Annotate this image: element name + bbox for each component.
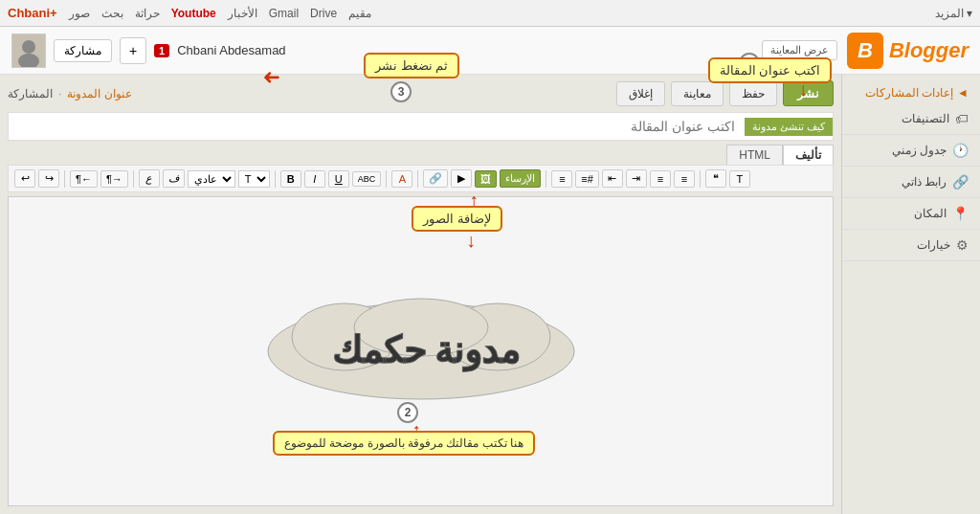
content-image-area: مدونة حكمك [9, 197, 833, 505]
avatar[interactable] [11, 34, 46, 68]
nav-haratha[interactable]: حراثة [135, 7, 160, 20]
chevron-down-icon: ▾ [967, 7, 972, 20]
fmt-indent[interactable]: ⇥ [626, 169, 647, 188]
fmt-sep3 [275, 170, 276, 188]
top-nav: Chbani+ صور بحث حراثة Youtube الأخبار Gm… [0, 0, 980, 27]
fmt-align-left[interactable]: ≡ [650, 170, 671, 188]
blogger-header-left: مشاركة + 1 Chbani Abdesamad [11, 34, 286, 68]
fmt-video[interactable]: ▶ [451, 169, 472, 188]
sidebar-item-location[interactable]: 📍 المكان [842, 198, 980, 230]
breadcrumb: عنوان المدونة · المشاركة [8, 87, 132, 101]
fmt-list-num[interactable]: ≡# [575, 170, 599, 188]
title-input[interactable] [9, 113, 745, 140]
blogger-logo-icon: B [847, 33, 883, 69]
fmt-sep7 [700, 170, 701, 188]
blogger-header-right: عرض المعاينة B Blogger [762, 33, 969, 69]
fmt-font-special2[interactable]: ف [163, 169, 185, 188]
location-icon: 📍 [952, 206, 969, 221]
svg-text:مدونة حكمك: مدونة حكمك [331, 330, 520, 372]
sidebar-settings-link[interactable]: ◄ إعادات المشاركات [842, 82, 980, 103]
brand-link[interactable]: Chbani+ [8, 6, 57, 20]
tab-compose[interactable]: تأليف [783, 145, 834, 165]
fmt-sep1 [64, 170, 65, 188]
sidebar-location-label: المكان [914, 207, 947, 220]
content-area[interactable]: مدونة حكمك [8, 196, 834, 506]
fmt-font-special[interactable]: ع [139, 169, 160, 188]
sidebar-permalink-label: رابط ذاتي [902, 175, 947, 189]
sidebar-item-tags[interactable]: 🏷 التصنيفات [842, 103, 980, 135]
fmt-image[interactable]: 🖼 [475, 170, 497, 188]
fmt-anchor[interactable]: الإرساء [500, 169, 541, 188]
top-nav-right: المزيد ▾ [935, 7, 972, 20]
sidebar-tags-label: التصنيفات [902, 112, 949, 125]
action-bar: نشر حفظ معاينة إغلاق عنوان المدونة · الم… [0, 75, 841, 112]
breadcrumb-blog[interactable]: عنوان المدونة [67, 87, 131, 101]
fmt-text-t[interactable]: T [729, 170, 750, 188]
clock-icon: 🕐 [952, 143, 969, 158]
save-button[interactable]: حفظ [729, 81, 777, 106]
fmt-sep2 [133, 170, 134, 188]
fmt-list-bullet[interactable]: ≡ [551, 170, 572, 188]
heading-select[interactable]: T [238, 170, 270, 188]
blogger-logo: B Blogger [847, 33, 969, 69]
fmt-link-insert[interactable]: 🔗 [423, 169, 448, 188]
formatting-toolbar: ↩ ↪ ¶← ¶→ ع ف عادي T B I U ABC [8, 165, 834, 192]
logo-container: مدونة حكمك [239, 284, 603, 418]
new-button[interactable]: + [120, 37, 146, 64]
fmt-sep4 [386, 170, 387, 188]
blogger-header: مشاركة + 1 Chbani Abdesamad عرض المعاينة… [0, 27, 980, 75]
settings-link-label[interactable]: إعادات المشاركات [865, 86, 953, 100]
breadcrumb-sep1: · [58, 87, 61, 101]
close-button[interactable]: إغلاق [616, 81, 665, 106]
sidebar-schedule-label: جدول زمني [892, 144, 947, 157]
action-bar-left: نشر حفظ معاينة إغلاق [616, 80, 834, 106]
breadcrumb-page: المشاركة [8, 87, 53, 101]
title-bar: كيف تنشئ مدونة [8, 112, 834, 141]
link-icon: 🔗 [952, 174, 969, 190]
nav-gmail[interactable]: Gmail [269, 7, 299, 20]
fmt-align-center[interactable]: ≡ [674, 170, 695, 188]
fmt-undo[interactable]: ↩ [14, 169, 35, 188]
fmt-sep6 [546, 170, 546, 188]
tab-html[interactable]: HTML [726, 145, 783, 165]
editor-wrapper: ◄ إعادات المشاركات 🏷 التصنيفات 🕐 جدول زم… [0, 75, 980, 514]
blog-name-tag[interactable]: كيف تنشئ مدونة [745, 118, 833, 136]
fmt-bold[interactable]: B [280, 170, 301, 188]
sidebar-options-label: خيارات [917, 238, 950, 252]
fmt-ltr[interactable]: ¶→ [100, 170, 128, 188]
gear-icon: ⚙ [956, 237, 969, 253]
fmt-redo[interactable]: ↪ [38, 169, 59, 188]
sidebar-item-options[interactable]: ⚙ خيارات [842, 230, 980, 261]
publish-button[interactable]: نشر [783, 80, 834, 106]
nav-more[interactable]: المزيد ▾ [935, 7, 972, 20]
sidebar: ◄ إعادات المشاركات 🏷 التصنيفات 🕐 جدول زم… [841, 75, 980, 514]
nav-search[interactable]: بحث [101, 7, 123, 20]
preview-post-button[interactable]: معاينة [671, 81, 724, 106]
nav-drive[interactable]: Drive [310, 7, 337, 20]
tag-icon: 🏷 [955, 111, 969, 126]
notification-badge: 1 [154, 44, 169, 57]
preview-button[interactable]: عرض المعاينة [762, 40, 837, 60]
fmt-outdent[interactable]: ⇤ [602, 169, 623, 188]
blog-logo-svg: مدونة حكمك [249, 294, 593, 409]
blogger-logo-text: Blogger [889, 38, 969, 63]
nav-moqim[interactable]: مقيم [348, 7, 371, 20]
fmt-quote[interactable]: ❝ [705, 169, 726, 188]
top-nav-left: Chbani+ صور بحث حراثة Youtube الأخبار Gm… [8, 6, 371, 20]
editor-main: نشر حفظ معاينة إغلاق عنوان المدونة · الم… [0, 75, 841, 514]
share-button[interactable]: مشاركة [54, 39, 112, 62]
nav-youtube[interactable]: Youtube [171, 7, 216, 20]
arrow-icon: ◄ [957, 86, 969, 100]
nav-news[interactable]: الأخبار [228, 7, 257, 20]
fmt-underline[interactable]: U [328, 170, 349, 188]
fmt-italic[interactable]: I [304, 170, 325, 188]
fmt-abc[interactable]: ABC [352, 171, 382, 187]
fmt-rtl[interactable]: ¶← [70, 170, 98, 188]
fmt-color[interactable]: A [391, 170, 412, 188]
username-label: Chbani Abdesamad [177, 43, 285, 57]
sidebar-item-permalink[interactable]: 🔗 رابط ذاتي [842, 167, 980, 198]
svg-point-1 [22, 40, 35, 54]
nav-photos[interactable]: صور [69, 7, 90, 20]
sidebar-item-schedule[interactable]: 🕐 جدول زمني [842, 135, 980, 167]
font-size-select[interactable]: عادي [188, 170, 235, 188]
